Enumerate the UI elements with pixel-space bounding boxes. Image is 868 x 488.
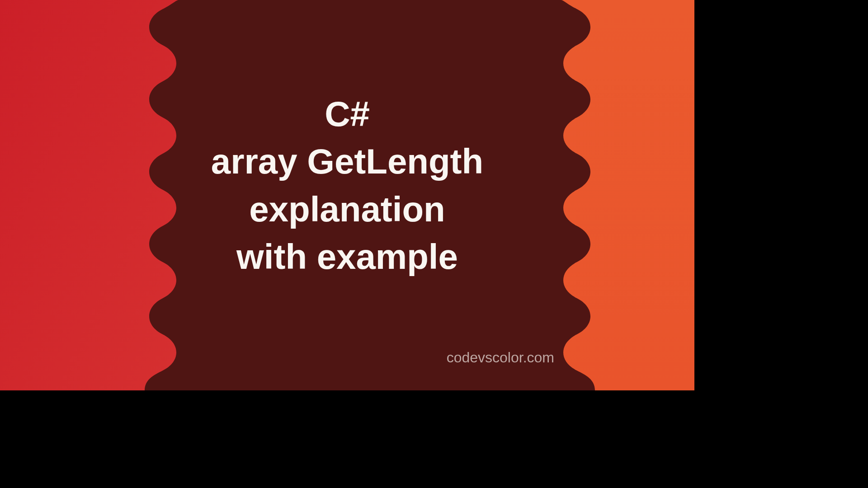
right-wavy-shape (559, 0, 694, 390)
title-line-1: C# (144, 90, 551, 138)
title-line-4: with example (144, 233, 551, 281)
hero-title: C# array GetLength explanation with exam… (144, 90, 551, 281)
title-line-3: explanation (144, 186, 551, 233)
title-line-2: array GetLength (144, 138, 551, 186)
watermark-text: codevscolor.com (447, 349, 554, 366)
hero-graphic: C# array GetLength explanation with exam… (0, 0, 694, 390)
